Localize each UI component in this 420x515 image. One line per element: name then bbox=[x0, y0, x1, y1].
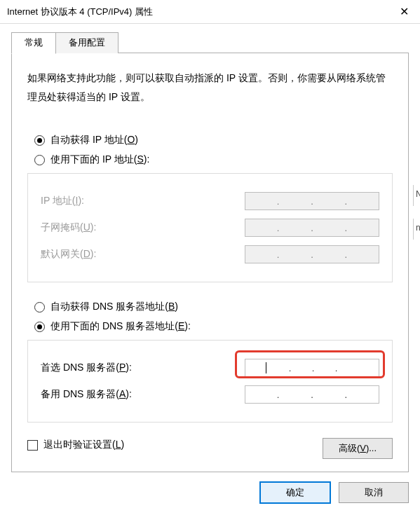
input-ip-address: ... bbox=[245, 192, 379, 210]
radio-auto-dns-label: 自动获得 DNS 服务器地址(B) bbox=[50, 301, 178, 313]
close-icon: ✕ bbox=[400, 5, 409, 18]
tab-panel-general: 如果网络支持此功能，则可以获取自动指派的 IP 设置。否则，你需要从网络系统管理… bbox=[11, 53, 409, 472]
radio-manual-dns-label: 使用下面的 DNS 服务器地址(E): bbox=[50, 320, 191, 333]
radio-auto-ip[interactable] bbox=[34, 135, 45, 146]
advanced-button[interactable]: 高级(V)... bbox=[323, 438, 393, 459]
cancel-button-label: 取消 bbox=[365, 486, 383, 499]
input-subnet-mask: ... bbox=[245, 219, 379, 237]
ok-button[interactable]: 确定 bbox=[260, 482, 330, 503]
tab-general[interactable]: 常规 bbox=[11, 32, 56, 54]
field-row-alternate-dns: 备用 DNS 服务器(A): ... bbox=[41, 385, 379, 404]
cancel-button[interactable]: 取消 bbox=[339, 482, 409, 503]
label-preferred-dns: 首选 DNS 服务器(P): bbox=[41, 362, 132, 374]
bottom-row: 退出时验证设置(L) 高级(V)... bbox=[27, 438, 393, 459]
input-alternate-dns[interactable]: ... bbox=[245, 385, 379, 404]
tab-alternate-label: 备用配置 bbox=[69, 37, 105, 48]
checkbox-validate-label: 退出时验证设置(L) bbox=[43, 439, 124, 451]
checkbox-validate[interactable] bbox=[27, 440, 38, 451]
radio-row-auto-dns[interactable]: 自动获得 DNS 服务器地址(B) bbox=[34, 301, 393, 313]
side-hint-2: n bbox=[413, 219, 420, 240]
field-row-gateway: 默认网关(D): ... bbox=[41, 245, 379, 263]
dialog-buttons: 确定 取消 bbox=[11, 482, 409, 503]
radio-manual-ip[interactable] bbox=[34, 155, 45, 165]
tab-alternate[interactable]: 备用配置 bbox=[55, 32, 118, 53]
radio-row-manual-ip[interactable]: 使用下面的 IP 地址(S): bbox=[34, 153, 393, 166]
highlight-preferred-dns bbox=[235, 350, 385, 378]
side-hint-1: N bbox=[413, 185, 420, 206]
radio-manual-dns[interactable] bbox=[34, 322, 45, 332]
field-row-mask: 子网掩码(U): ... bbox=[41, 219, 379, 237]
intro-text: 如果网络支持此功能，则可以获取自动指派的 IP 设置。否则，你需要从网络系统管理… bbox=[27, 69, 393, 106]
label-alternate-dns: 备用 DNS 服务器(A): bbox=[41, 388, 132, 401]
tab-general-label: 常规 bbox=[25, 37, 43, 48]
check-row-validate[interactable]: 退出时验证设置(L) bbox=[27, 439, 124, 451]
ok-button-label: 确定 bbox=[286, 486, 304, 499]
tab-strip: 常规 备用配置 bbox=[11, 32, 409, 53]
label-subnet-mask: 子网掩码(U): bbox=[41, 221, 96, 234]
label-ip-address: IP 地址(I): bbox=[41, 195, 84, 207]
radio-auto-dns[interactable] bbox=[34, 302, 45, 313]
field-row-preferred-dns: 首选 DNS 服务器(P): ... bbox=[41, 359, 379, 377]
dns-fields-group: 首选 DNS 服务器(P): ... 备用 DNS 服务器(A): ... bbox=[27, 340, 393, 423]
ip-fields-group: IP 地址(I): ... 子网掩码(U): ... 默认网关(D): bbox=[27, 173, 393, 282]
field-row-ip: IP 地址(I): ... bbox=[41, 192, 379, 210]
titlebar: Internet 协议版本 4 (TCP/IPv4) 属性 ✕ bbox=[0, 0, 420, 24]
input-default-gateway: ... bbox=[245, 245, 379, 263]
radio-row-manual-dns[interactable]: 使用下面的 DNS 服务器地址(E): bbox=[34, 320, 393, 333]
label-default-gateway: 默认网关(D): bbox=[41, 248, 96, 261]
radio-row-auto-ip[interactable]: 自动获得 IP 地址(O) bbox=[34, 134, 393, 146]
close-button[interactable]: ✕ bbox=[388, 0, 420, 24]
window-body: 常规 备用配置 如果网络支持此功能，则可以获取自动指派的 IP 设置。否则，你需… bbox=[0, 24, 420, 514]
radio-manual-ip-label: 使用下面的 IP 地址(S): bbox=[50, 153, 149, 166]
radio-auto-ip-label: 自动获得 IP 地址(O) bbox=[50, 134, 138, 146]
window-title: Internet 协议版本 4 (TCP/IPv4) 属性 bbox=[7, 6, 153, 18]
